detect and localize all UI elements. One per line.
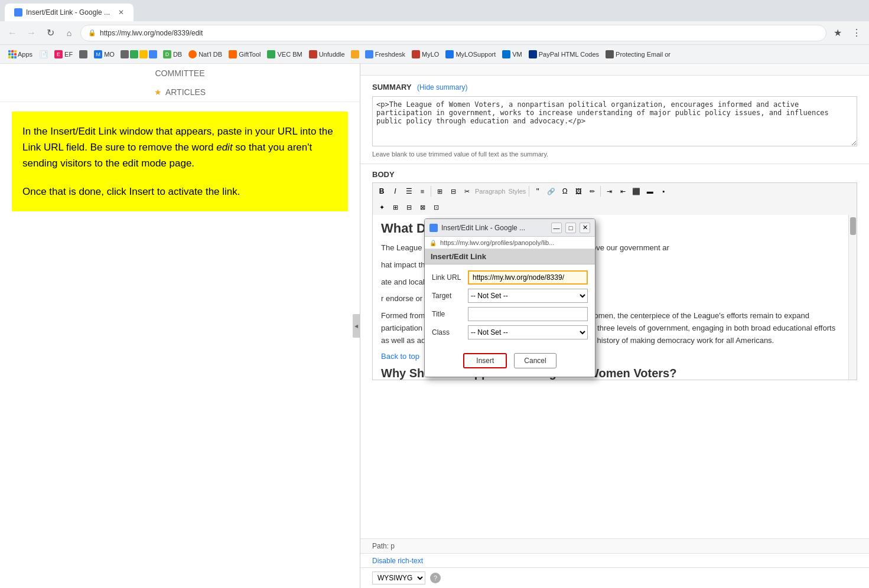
bookmark-gift-label: GiftTool: [239, 51, 261, 58]
bk-amazon-icon: [351, 50, 359, 58]
modal-maximize-button[interactable]: □: [565, 223, 576, 233]
home-button[interactable]: ⌂: [61, 25, 77, 41]
bookmark-gifttool[interactable]: GiftTool: [226, 48, 263, 60]
bookmark-mo2-label: MO: [104, 51, 115, 58]
browser-tab[interactable]: Insert/Edit Link - Google ... ✕: [5, 4, 134, 21]
bk-vec-icon: [267, 50, 275, 58]
bookmark-freshdesk[interactable]: Freshdesk: [362, 48, 408, 60]
menu-button[interactable]: ⋮: [849, 25, 864, 41]
bookmark-unfuddle[interactable]: Unfuddle: [306, 48, 348, 60]
modal-overlay: Insert/Edit Link - Google ... — □ ✕ 🔒 ht…: [0, 64, 869, 588]
tab-title: Insert/Edit Link - Google ...: [26, 8, 110, 17]
bookmark-amazon[interactable]: [349, 48, 362, 60]
bookmark-vec[interactable]: VEC BM: [264, 48, 305, 60]
bookmark-icon: 📄: [40, 50, 48, 58]
bookmark-mylosup-label: MyLOSupport: [455, 51, 496, 58]
address-bar[interactable]: 🔒 https://my.lwv.org/node/8339/edit: [80, 25, 826, 41]
modal-address-text: https://my.lwv.org/profiles/panopoly/lib…: [440, 239, 554, 246]
class-select[interactable]: -- Not Set --: [468, 325, 588, 339]
bk-icon-1: [121, 50, 129, 58]
bookmark-mo2-icon: M: [94, 50, 102, 58]
bookmark-vm[interactable]: VM: [499, 48, 525, 60]
back-button[interactable]: ←: [5, 25, 20, 41]
modal-address-bar[interactable]: 🔒 https://my.lwv.org/profiles/panopoly/l…: [425, 237, 595, 249]
class-row: Class -- Not Set --: [432, 325, 588, 339]
link-url-label: Link URL: [432, 273, 464, 282]
bookmark-ef[interactable]: 📄: [37, 48, 51, 60]
bookmark-ef-label: EF: [64, 51, 73, 58]
cancel-button[interactable]: Cancel: [514, 353, 556, 368]
class-label: Class: [432, 328, 464, 337]
tab-favicon: [14, 8, 22, 17]
insert-button[interactable]: Insert: [463, 353, 507, 368]
bk-db-icon: D: [163, 50, 171, 58]
bookmark-apps-label: Apps: [18, 51, 32, 58]
bookmark-vm-label: VM: [512, 51, 522, 58]
bookmark-mylosupport[interactable]: MyLOSupport: [442, 48, 499, 60]
bk-icon-3: [139, 50, 148, 58]
refresh-button[interactable]: ↻: [43, 25, 58, 41]
title-input[interactable]: [468, 307, 588, 321]
bk-mylosup-icon: [445, 50, 454, 58]
bookmark-paypal-label: PayPal HTML Codes: [539, 51, 599, 58]
bk-gift-icon: [229, 50, 237, 58]
bk-vm-icon: [502, 50, 510, 58]
tab-close[interactable]: ✕: [118, 8, 124, 17]
bookmark-star[interactable]: ★: [830, 25, 845, 41]
bookmark-db[interactable]: D DB: [160, 48, 185, 60]
modal-close-button[interactable]: ✕: [580, 223, 590, 233]
bookmark-mylo[interactable]: MyLO: [409, 48, 442, 60]
title-row: Title: [432, 307, 588, 321]
bk-icon-2: [130, 50, 138, 58]
bookmark-natl-label: Nat'l DB: [198, 51, 222, 58]
bk-paypal-icon: [529, 50, 537, 58]
bookmark-ef-icon: E: [54, 50, 63, 58]
bookmark-natl-db[interactable]: Nat'l DB: [185, 48, 225, 60]
bk-natl-icon: [188, 50, 197, 58]
target-select[interactable]: -- Not Set --: [468, 289, 588, 303]
bookmark-ef2[interactable]: E EF: [51, 48, 76, 60]
bookmark-vec-label: VEC BM: [277, 51, 302, 58]
bookmarks-bar: Apps 📄 E EF M MO D DB Nat'l DB GiftTool …: [0, 45, 869, 64]
bookmark-mo2[interactable]: M MO: [91, 48, 118, 60]
address-url: https://my.lwv.org/node/8339/edit: [100, 29, 203, 37]
bookmark-apps[interactable]: Apps: [5, 48, 36, 60]
bookmark-unf-label: Unfuddle: [319, 51, 345, 58]
modal-title-bar: Insert/Edit Link - Google ... — □ ✕: [425, 219, 595, 237]
target-label: Target: [432, 292, 464, 300]
bk-icon-4: [149, 50, 157, 58]
forward-button[interactable]: →: [24, 25, 39, 41]
bookmark-icons-group[interactable]: [118, 48, 160, 60]
bookmark-protecting-label: Protecting Email or: [616, 51, 671, 58]
apps-grid-icon: [8, 50, 16, 58]
lock-icon: 🔒: [88, 29, 96, 37]
modal-lock-icon: 🔒: [429, 240, 437, 246]
modal-favicon: [429, 224, 438, 232]
link-url-input[interactable]: [468, 270, 588, 285]
title-label: Title: [432, 310, 464, 318]
modal-minimize-button[interactable]: —: [551, 223, 562, 233]
bk-prot-icon: [606, 50, 614, 58]
modal-window: Insert/Edit Link - Google ... — □ ✕ 🔒 ht…: [424, 218, 595, 377]
bookmark-paypal[interactable]: PayPal HTML Codes: [526, 48, 602, 60]
bookmark-icon2: [79, 50, 87, 58]
link-dialog-title: Insert/Edit Link: [425, 249, 595, 264]
link-dialog: Insert/Edit Link Link URL Target -- Not …: [425, 249, 595, 377]
target-row: Target -- Not Set --: [432, 289, 588, 303]
link-form: Link URL Target -- Not Set -- Title: [425, 264, 595, 349]
bookmark-mo1[interactable]: [76, 48, 90, 60]
bookmark-protecting[interactable]: Protecting Email or: [603, 48, 673, 60]
bookmark-mylo-label: MyLO: [422, 51, 439, 58]
dialog-buttons: Insert Cancel: [425, 349, 595, 377]
bk-fresh-icon: [365, 50, 373, 58]
bookmark-fresh-label: Freshdesk: [375, 51, 405, 58]
modal-title-text: Insert/Edit Link - Google ...: [441, 224, 548, 232]
bookmark-db-label: DB: [173, 51, 182, 58]
link-url-row: Link URL: [432, 270, 588, 285]
bk-mylo-icon: [412, 50, 420, 58]
bk-unf-icon: [309, 50, 317, 58]
